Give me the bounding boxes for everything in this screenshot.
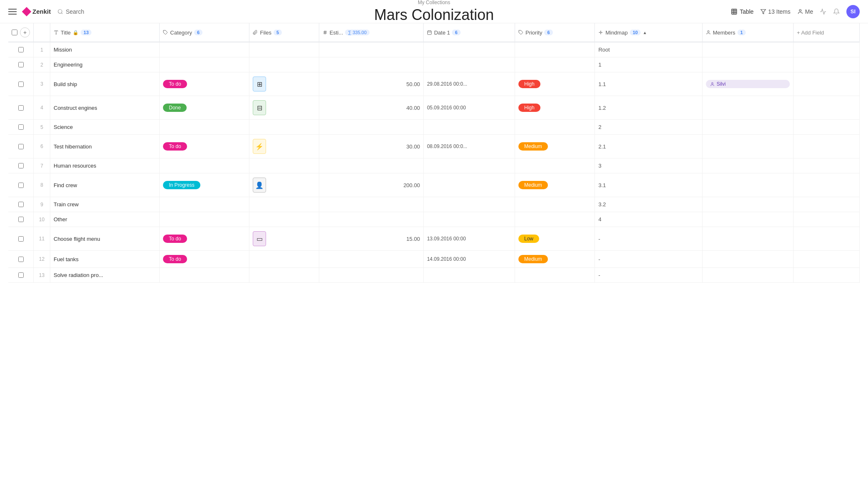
row-members[interactable]: Silvi — [702, 72, 793, 96]
table-row[interactable]: 5Science2 — [8, 120, 860, 135]
row-category[interactable] — [160, 212, 249, 227]
row-estimate[interactable]: 200.00 — [319, 173, 423, 197]
row-mindmap[interactable]: 2 — [595, 120, 702, 135]
row-members[interactable] — [702, 96, 793, 120]
row-date[interactable] — [424, 268, 515, 283]
hamburger-menu[interactable] — [8, 9, 17, 15]
row-title[interactable]: Other — [50, 212, 160, 227]
th-files[interactable]: Files 5 — [249, 23, 319, 42]
row-estimate[interactable]: 40.00 — [319, 96, 423, 120]
row-members[interactable] — [702, 120, 793, 135]
row-date[interactable]: 29.08.2016 00:0... — [424, 72, 515, 96]
view-table-button[interactable]: Table — [731, 8, 753, 15]
row-files[interactable]: 👤 — [249, 173, 319, 197]
row-checkbox[interactable] — [18, 47, 24, 52]
row-estimate[interactable]: 30.00 — [319, 135, 423, 158]
row-members[interactable] — [702, 227, 793, 251]
row-checkbox[interactable] — [18, 183, 24, 188]
row-priority[interactable]: Medium — [515, 173, 594, 197]
row-estimate[interactable] — [319, 197, 423, 212]
row-title[interactable]: Test hibernation — [50, 135, 160, 158]
row-mindmap[interactable]: 1.1 — [595, 72, 702, 96]
row-mindmap[interactable]: - — [595, 268, 702, 283]
filter-items-button[interactable]: 13 Items — [760, 8, 791, 15]
row-title[interactable]: Fuel tanks — [50, 251, 160, 268]
row-category[interactable]: To do — [160, 72, 249, 96]
row-checkbox[interactable] — [18, 105, 24, 111]
row-title[interactable]: Science — [50, 120, 160, 135]
row-files[interactable]: ▭ — [249, 227, 319, 251]
th-estimate[interactable]: Esti... ∑ 335.00 — [319, 23, 423, 42]
row-checkbox[interactable] — [18, 82, 24, 87]
bell-icon[interactable] — [833, 8, 840, 15]
row-mindmap[interactable]: 3 — [595, 158, 702, 173]
row-checkbox[interactable] — [18, 236, 24, 242]
add-row-button[interactable]: + — [20, 27, 30, 37]
row-estimate[interactable] — [319, 212, 423, 227]
th-category[interactable]: Category 6 — [160, 23, 249, 42]
table-row[interactable]: 6Test hibernationTo do⚡30.0008.09.2016 0… — [8, 135, 860, 158]
table-row[interactable]: 7Human resources3 — [8, 158, 860, 173]
row-estimate[interactable] — [319, 57, 423, 72]
row-date[interactable]: 13.09.2016 00:00 — [424, 227, 515, 251]
row-members[interactable] — [702, 268, 793, 283]
row-files[interactable] — [249, 57, 319, 72]
row-members[interactable] — [702, 158, 793, 173]
row-files[interactable]: ⊞ — [249, 72, 319, 96]
table-row[interactable]: 12Fuel tanksTo do14.09.2016 00:00Medium- — [8, 251, 860, 268]
row-members[interactable] — [702, 173, 793, 197]
row-members[interactable] — [702, 42, 793, 57]
row-mindmap[interactable]: 1.2 — [595, 96, 702, 120]
row-priority[interactable] — [515, 42, 594, 57]
row-priority[interactable] — [515, 158, 594, 173]
row-files[interactable] — [249, 197, 319, 212]
row-category[interactable] — [160, 197, 249, 212]
activity-icon[interactable] — [820, 8, 826, 15]
row-estimate[interactable]: 15.00 — [319, 227, 423, 251]
add-field-label[interactable]: + Add Field — [797, 30, 824, 36]
row-priority[interactable] — [515, 197, 594, 212]
row-date[interactable] — [424, 158, 515, 173]
avatar[interactable]: SI — [846, 5, 860, 18]
row-estimate[interactable] — [319, 42, 423, 57]
row-category[interactable]: To do — [160, 227, 249, 251]
row-files[interactable]: ⚡ — [249, 135, 319, 158]
row-date[interactable] — [424, 57, 515, 72]
row-priority[interactable]: High — [515, 96, 594, 120]
th-date[interactable]: Date 1 6 — [424, 23, 515, 42]
row-priority[interactable] — [515, 212, 594, 227]
row-date[interactable] — [424, 42, 515, 57]
th-add-field[interactable]: + Add Field — [793, 23, 859, 42]
row-files[interactable] — [249, 158, 319, 173]
table-row[interactable]: 1MissionRoot — [8, 42, 860, 57]
row-members[interactable] — [702, 212, 793, 227]
row-priority[interactable] — [515, 268, 594, 283]
row-category[interactable]: Done — [160, 96, 249, 120]
row-category[interactable] — [160, 42, 249, 57]
table-row[interactable]: 9Train crew3.2 — [8, 197, 860, 212]
row-date[interactable] — [424, 173, 515, 197]
row-checkbox[interactable] — [18, 202, 24, 207]
th-mindmap[interactable]: Mindmap 10 ▲ — [595, 23, 702, 42]
row-category[interactable] — [160, 57, 249, 72]
row-category[interactable] — [160, 120, 249, 135]
row-files[interactable] — [249, 212, 319, 227]
row-date[interactable]: 14.09.2016 00:00 — [424, 251, 515, 268]
row-mindmap[interactable]: Root — [595, 42, 702, 57]
table-row[interactable]: 4Construct enginesDone⊟40.0005.09.2016 0… — [8, 96, 860, 120]
row-category[interactable] — [160, 268, 249, 283]
row-mindmap[interactable]: - — [595, 251, 702, 268]
row-title[interactable]: Train crew — [50, 197, 160, 212]
row-checkbox[interactable] — [18, 124, 24, 130]
row-title[interactable]: Construct engines — [50, 96, 160, 120]
row-category[interactable] — [160, 158, 249, 173]
table-row[interactable]: 2Engineering1 — [8, 57, 860, 72]
row-date[interactable] — [424, 212, 515, 227]
row-estimate[interactable] — [319, 268, 423, 283]
row-title[interactable]: Solve radiation pro... — [50, 268, 160, 283]
select-all-checkbox[interactable] — [12, 30, 17, 35]
row-title[interactable]: Human resources — [50, 158, 160, 173]
row-category[interactable]: In Progress — [160, 173, 249, 197]
row-members[interactable] — [702, 135, 793, 158]
row-priority[interactable]: Medium — [515, 251, 594, 268]
